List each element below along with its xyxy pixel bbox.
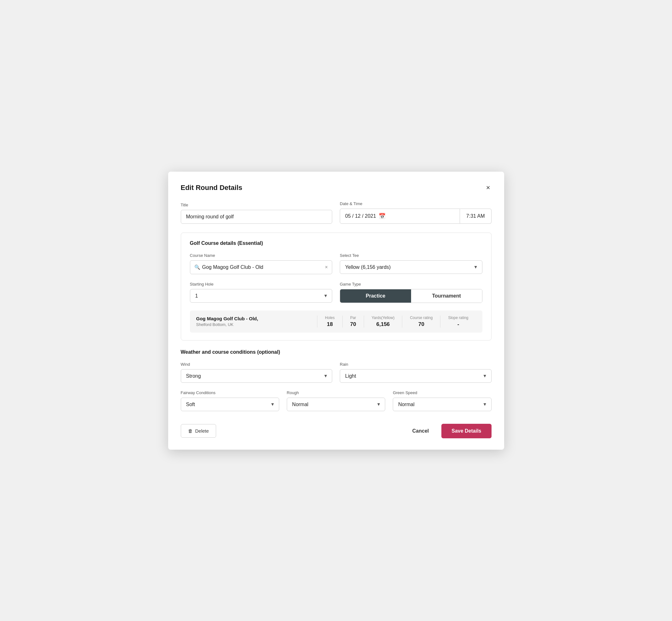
holes-value: 18 (325, 321, 335, 328)
green-speed-wrapper: Slow Normal Fast ▼ (393, 398, 491, 411)
slope-rating-value: - (448, 321, 468, 328)
select-tee-dropdown[interactable]: Yellow (6,156 yards) White Red Blue (340, 260, 482, 274)
wind-wrapper: None Light Moderate Strong Very Strong ▼ (181, 369, 333, 383)
rain-group: Rain None Light Moderate Heavy ▼ (340, 362, 492, 383)
title-label: Title (181, 203, 333, 207)
rough-group: Rough Short Normal Long ▼ (287, 390, 385, 411)
footer-bar: 🗑 Delete Cancel Save Details (181, 420, 492, 438)
search-icon: 🔍 (194, 264, 200, 270)
datetime-row: 05 / 12 / 2021 📅 7:31 AM (340, 209, 492, 224)
select-tee-group: Select Tee Yellow (6,156 yards) White Re… (340, 253, 482, 274)
title-input[interactable] (181, 210, 333, 224)
trash-icon: 🗑 (188, 428, 193, 433)
date-value: 05 / 12 / 2021 (345, 213, 376, 219)
wind-group: Wind None Light Moderate Strong Very Str… (181, 362, 333, 383)
delete-label: Delete (195, 428, 209, 433)
wind-dropdown[interactable]: None Light Moderate Strong Very Strong (181, 369, 333, 383)
tournament-button[interactable]: Tournament (411, 289, 482, 303)
course-info-bar: Gog Magog Golf Club - Old, Shelford Bott… (190, 310, 482, 333)
golf-course-title: Golf Course details (Essential) (190, 241, 482, 246)
top-fields-row: Title Date & Time 05 / 12 / 2021 📅 7:31 … (181, 201, 492, 224)
course-rating-value: 70 (410, 321, 432, 328)
course-tee-row: Course Name 🔍 × Select Tee Yellow (6,156… (190, 253, 482, 274)
golf-course-section: Golf Course details (Essential) Course N… (181, 233, 492, 340)
course-info-name-block: Gog Magog Golf Club - Old, Shelford Bott… (196, 316, 318, 327)
game-type-toggle: Practice Tournament (340, 289, 482, 303)
rough-label: Rough (287, 390, 385, 395)
fairway-wrapper: Soft Normal Hard ▼ (181, 398, 279, 411)
datetime-field-group: Date & Time 05 / 12 / 2021 📅 7:31 AM (340, 201, 492, 224)
title-field-group: Title (181, 203, 333, 224)
calendar-icon: 📅 (379, 213, 385, 220)
course-name-input[interactable] (190, 260, 333, 274)
game-type-group: Game Type Practice Tournament (340, 282, 482, 303)
rain-dropdown[interactable]: None Light Moderate Heavy (340, 369, 492, 383)
fairway-rough-green-row: Fairway Conditions Soft Normal Hard ▼ Ro… (181, 390, 492, 411)
game-type-label: Game Type (340, 282, 482, 287)
slope-rating-label: Slope rating (448, 316, 468, 320)
fairway-group: Fairway Conditions Soft Normal Hard ▼ (181, 390, 279, 411)
yards-value: 6,156 (372, 321, 395, 328)
course-search-wrapper: 🔍 × (190, 260, 333, 274)
weather-section-title: Weather and course conditions (optional) (181, 349, 492, 355)
green-speed-dropdown[interactable]: Slow Normal Fast (393, 398, 491, 411)
time-value: 7:31 AM (466, 213, 485, 219)
green-speed-group: Green Speed Slow Normal Fast ▼ (393, 390, 491, 411)
starting-hole-wrapper: 1 10 ▼ (190, 289, 333, 303)
close-button[interactable]: × (485, 183, 492, 193)
fairway-dropdown[interactable]: Soft Normal Hard (181, 398, 279, 411)
datetime-label: Date & Time (340, 201, 492, 206)
course-stats: Holes 18 Par 70 Yards(Yellow) 6,156 Cour… (317, 316, 476, 328)
select-tee-wrapper: Yellow (6,156 yards) White Red Blue ▼ (340, 260, 482, 274)
par-label: Par (350, 316, 356, 320)
rough-dropdown[interactable]: Short Normal Long (287, 398, 385, 411)
stat-course-rating: Course rating 70 (402, 316, 440, 328)
wind-rain-row: Wind None Light Moderate Strong Very Str… (181, 362, 492, 383)
date-input[interactable]: 05 / 12 / 2021 📅 (340, 209, 460, 224)
rough-wrapper: Short Normal Long ▼ (287, 398, 385, 411)
course-name-label: Course Name (190, 253, 333, 258)
course-rating-label: Course rating (410, 316, 432, 320)
stat-holes: Holes 18 (317, 316, 342, 328)
holes-label: Holes (325, 316, 335, 320)
stat-yards: Yards(Yellow) 6,156 (364, 316, 402, 328)
wind-label: Wind (181, 362, 333, 367)
weather-section: Weather and course conditions (optional)… (181, 349, 492, 411)
par-value: 70 (350, 321, 356, 328)
hole-gametype-row: Starting Hole 1 10 ▼ Game Type Practice … (190, 282, 482, 303)
clear-icon[interactable]: × (325, 264, 328, 270)
starting-hole-dropdown[interactable]: 1 10 (190, 289, 333, 303)
fairway-label: Fairway Conditions (181, 390, 279, 395)
modal-header: Edit Round Details × (181, 183, 492, 193)
rain-wrapper: None Light Moderate Heavy ▼ (340, 369, 492, 383)
delete-button[interactable]: 🗑 Delete (181, 424, 216, 438)
edit-round-modal: Edit Round Details × Title Date & Time 0… (168, 172, 504, 450)
practice-button[interactable]: Practice (340, 289, 411, 303)
yards-label: Yards(Yellow) (372, 316, 395, 320)
save-button[interactable]: Save Details (442, 424, 491, 438)
modal-title: Edit Round Details (181, 184, 243, 192)
time-input[interactable]: 7:31 AM (460, 209, 492, 224)
green-speed-label: Green Speed (393, 390, 491, 395)
course-info-name: Gog Magog Golf Club - Old, (196, 316, 318, 321)
footer-right: Cancel Save Details (407, 424, 492, 438)
starting-hole-group: Starting Hole 1 10 ▼ (190, 282, 333, 303)
cancel-button[interactable]: Cancel (407, 424, 434, 438)
stat-slope-rating: Slope rating - (440, 316, 476, 328)
select-tee-label: Select Tee (340, 253, 482, 258)
rain-label: Rain (340, 362, 492, 367)
stat-par: Par 70 (342, 316, 364, 328)
starting-hole-label: Starting Hole (190, 282, 333, 287)
course-info-location: Shelford Bottom, UK (196, 322, 318, 327)
course-name-group: Course Name 🔍 × (190, 253, 333, 274)
